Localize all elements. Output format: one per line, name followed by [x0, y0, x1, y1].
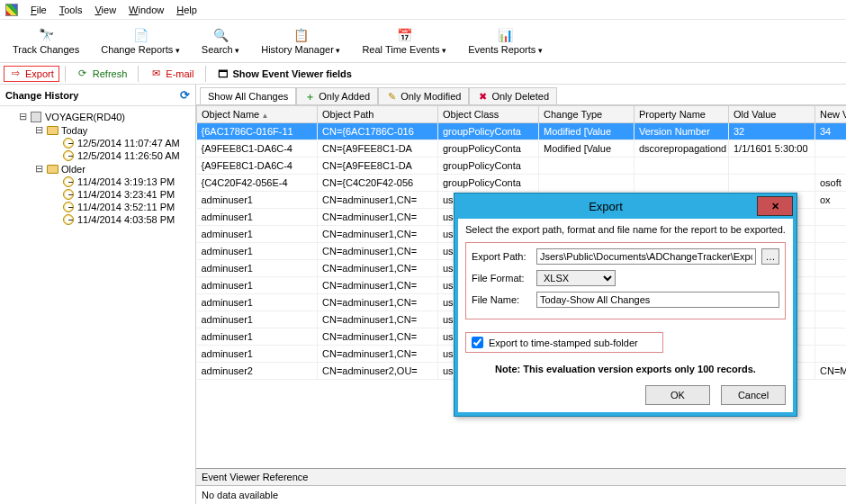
realtime-events-label: Real Time Events — [362, 44, 446, 55]
table-cell: CN=adminuser1,CN= — [318, 328, 438, 346]
table-cell: groupPolicyConta — [438, 140, 539, 158]
clock-icon — [62, 176, 75, 187]
table-cell — [815, 311, 847, 328]
email-icon: ✉ — [149, 68, 162, 80]
tree-item[interactable]: 11/4/2014 3:52:11 PM — [7, 201, 194, 213]
events-reports-button[interactable]: 📊 Events Reports — [468, 23, 543, 58]
tab-only-added[interactable]: ＋Only Added — [296, 87, 378, 104]
ok-button[interactable]: OK — [645, 385, 710, 405]
clock-icon — [62, 150, 75, 161]
divider — [65, 66, 66, 82]
search-button[interactable]: 🔍 Search — [202, 23, 239, 58]
table-cell: ox — [815, 192, 847, 209]
table-cell: groupPolicyConta — [438, 123, 539, 140]
browse-button[interactable]: … — [761, 248, 779, 265]
collapse-icon[interactable]: ⊟ — [34, 124, 43, 136]
table-cell: adminuser2 — [197, 363, 318, 380]
show-event-viewer-fields-button[interactable]: 🗔 Show Event Viewer fields — [212, 66, 357, 82]
search-label: Search — [202, 44, 239, 55]
table-cell: CN={6AC1786C-016 — [318, 123, 438, 140]
export-icon: ⇨ — [9, 68, 22, 80]
tree-root[interactable]: ⊟ VOYAGER(RD40) — [7, 110, 194, 123]
export-dialog: Export ✕ Select the export path, format … — [454, 193, 797, 417]
table-cell: adminuser1 — [197, 226, 318, 243]
col-object-name[interactable]: Object Name — [197, 106, 318, 123]
tab-only-deleted[interactable]: ✖Only Deleted — [469, 87, 557, 104]
clock-icon — [62, 138, 75, 148]
table-cell — [634, 175, 729, 192]
table-row[interactable]: {C4C20F42-056E-4CN={C4C20F42-056groupPol… — [197, 175, 847, 192]
tree-item-label: 11/4/2014 3:23:41 PM — [77, 189, 175, 200]
table-cell: CN=Microsoft — [815, 363, 847, 380]
track-changes-button[interactable]: 🔭 Track Changes — [13, 23, 79, 58]
tree-item-label: 12/5/2014 11:26:50 AM — [77, 150, 180, 161]
export-path-input[interactable] — [536, 248, 756, 265]
table-cell — [815, 294, 847, 311]
file-name-label: File Name: — [472, 294, 531, 305]
dialog-title: Export — [454, 200, 757, 213]
tree-item[interactable]: 12/5/2014 11:26:50 AM — [7, 149, 194, 162]
col-new-value[interactable]: New Value — [815, 106, 847, 123]
close-button[interactable]: ✕ — [757, 196, 793, 216]
table-row[interactable]: {A9FEE8C1-DA6C-4CN={A9FEE8C1-DAgroupPoli… — [197, 158, 847, 175]
file-format-select[interactable]: XLSX — [536, 270, 616, 286]
event-viewer-reference: Event Viewer Reference No data available — [196, 468, 846, 504]
change-reports-button[interactable]: 📄 Change Reports — [101, 23, 180, 58]
cancel-button[interactable]: Cancel — [721, 385, 786, 405]
timestamp-checkbox[interactable] — [472, 337, 483, 348]
timestamp-checkbox-row[interactable]: Export to time-stamped sub-folder — [465, 332, 663, 353]
refresh-icon[interactable]: ⟳ — [180, 88, 190, 102]
col-old-value[interactable]: Old Value — [729, 106, 815, 123]
tree-item[interactable]: 11/4/2014 4:03:58 PM — [7, 213, 194, 226]
table-cell: CN=adminuser1,CN= — [318, 277, 438, 294]
menu-view[interactable]: View — [94, 4, 116, 15]
history-manager-button[interactable]: 📋 History Manager — [261, 23, 340, 58]
table-cell: CN=adminuser2,OU= — [318, 363, 438, 380]
menu-file[interactable]: File — [31, 4, 47, 15]
table-cell: adminuser1 — [197, 243, 318, 260]
tree-item[interactable]: 11/4/2014 3:23:41 PM — [7, 188, 194, 201]
col-property-name[interactable]: Property Name — [634, 106, 729, 123]
tree-item-label: 11/4/2014 4:03:58 PM — [77, 214, 175, 225]
table-cell — [815, 140, 847, 158]
tree-item[interactable]: 12/5/2014 11:07:47 AM — [7, 137, 194, 149]
sub-toolbar: ⇨ Export ⟳ Refresh ✉ E-mail 🗔 Show Event… — [0, 63, 846, 85]
col-change-type[interactable]: Change Type — [539, 106, 634, 123]
file-name-input[interactable] — [536, 292, 779, 308]
refresh-button[interactable]: ⟳ Refresh — [71, 66, 133, 82]
tab-only-modified[interactable]: ✎Only Modified — [378, 87, 469, 104]
table-row[interactable]: {6AC1786C-016F-11CN={6AC1786C-016groupPo… — [197, 123, 847, 140]
menu-window[interactable]: Window — [129, 4, 164, 15]
export-label: Export — [25, 68, 54, 79]
export-button[interactable]: ⇨ Export — [4, 66, 59, 82]
table-cell: CN={C4C20F42-056 — [318, 175, 438, 192]
collapse-icon[interactable]: ⊟ — [18, 111, 27, 122]
table-cell: CN=adminuser1,CN= — [318, 311, 438, 328]
table-cell — [729, 175, 815, 192]
tree-today[interactable]: ⊟ Today — [7, 123, 194, 137]
left-panel-header: Change History ⟳ — [0, 85, 195, 106]
menu-tools[interactable]: Tools — [59, 4, 83, 15]
tab-all-changes[interactable]: Show All Changes — [200, 87, 296, 104]
show-fields-label: Show Event Viewer fields — [233, 68, 352, 79]
pencil-icon: ✎ — [386, 91, 397, 102]
tree-item[interactable]: 11/4/2014 3:19:13 PM — [7, 176, 194, 188]
track-changes-label: Track Changes — [13, 44, 79, 55]
email-button[interactable]: ✉ E-mail — [144, 66, 199, 82]
col-object-path[interactable]: Object Path — [318, 106, 438, 123]
table-cell: CN=adminuser1,CN= — [318, 192, 438, 209]
collapse-icon[interactable]: ⊟ — [34, 163, 43, 175]
document-icon: 📄 — [132, 27, 148, 43]
divider — [205, 66, 206, 82]
table-row[interactable]: {A9FEE8C1-DA6C-4CN={A9FEE8C1-DAgroupPoli… — [197, 140, 847, 158]
binoculars-icon: 🔭 — [38, 27, 54, 43]
table-cell: adminuser1 — [197, 294, 318, 311]
tree-older[interactable]: ⊟ Older — [7, 162, 194, 176]
tree-item-label: 12/5/2014 11:07:47 AM — [77, 138, 180, 148]
table-cell — [634, 158, 729, 175]
col-object-class[interactable]: Object Class — [438, 106, 539, 123]
dialog-titlebar[interactable]: Export ✕ — [454, 194, 796, 219]
realtime-events-button[interactable]: 📅 Real Time Events — [362, 23, 446, 58]
menu-help[interactable]: Help — [176, 4, 197, 15]
history-icon: 📋 — [292, 27, 309, 43]
